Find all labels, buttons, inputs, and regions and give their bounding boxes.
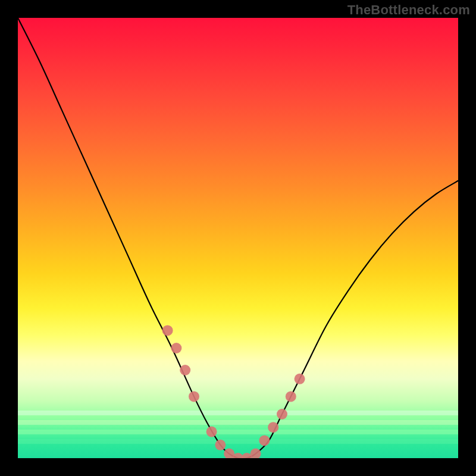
marker-dot [259, 435, 270, 446]
chart-frame [18, 18, 458, 458]
marker-dot [295, 374, 305, 384]
marker-dot [206, 427, 217, 437]
curve-path [18, 18, 458, 458]
curve-markers [162, 325, 305, 458]
marker-dot [189, 391, 199, 402]
marker-dot [277, 409, 287, 419]
marker-dot [215, 440, 226, 450]
marker-dot [162, 325, 173, 336]
bottleneck-curve [18, 18, 458, 458]
watermark-text: TheBottleneck.com [347, 2, 470, 18]
marker-dot [171, 343, 181, 353]
marker-dot [286, 391, 296, 402]
marker-dot [268, 422, 278, 433]
marker-dot [180, 365, 190, 375]
